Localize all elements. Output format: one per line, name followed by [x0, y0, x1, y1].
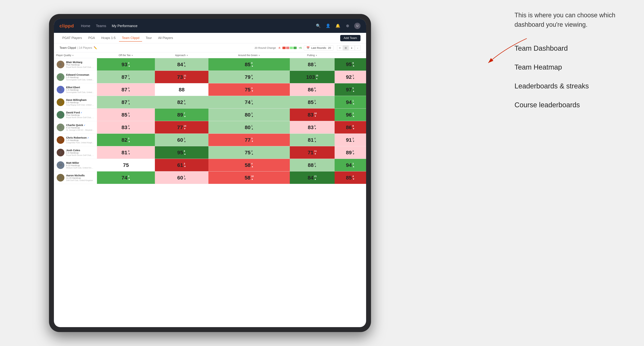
table-row[interactable]: DDavid Ford ✓Plus HandicapRoyal North De…	[54, 109, 366, 121]
change-positive: +5	[299, 46, 302, 49]
score-cell-off-tee[interactable]: 874▲	[97, 96, 155, 109]
score-cell-around-green[interactable]: 799▲	[208, 71, 290, 83]
score-cell-player-quality[interactable]: 854▼	[334, 172, 366, 184]
score-cell-off-tee[interactable]: 934▲	[97, 58, 155, 71]
score-cell-player-quality[interactable]: 892▼	[334, 146, 366, 159]
table-row[interactable]: DDave Billingham1-5 HandicapGog Magog Go…	[54, 96, 366, 109]
score-cell-player-quality[interactable]: 913▼	[334, 134, 366, 146]
add-team-button[interactable]: Add Team	[340, 35, 360, 41]
score-cell-player-quality[interactable]: 941▲	[334, 96, 366, 109]
player-name: Dave Billingham	[66, 98, 94, 101]
tab-pgat-players[interactable]: PGAT Players	[60, 35, 85, 42]
tab-all-players[interactable]: All Players	[156, 35, 176, 42]
score-cell-around-green[interactable]: 584▲	[208, 159, 290, 172]
score-change: 8▼	[352, 125, 355, 130]
score-cell-player-quality[interactable]: 943▲	[334, 159, 366, 172]
score-cell-approach[interactable]: 601▼	[155, 172, 208, 184]
bell-icon[interactable]: 🔔	[334, 23, 341, 29]
score-cell-around-green[interactable]: 741▲	[208, 96, 290, 109]
score-cell-putting[interactable]: 7111▼	[290, 146, 334, 159]
last-rounds-button[interactable]: 📅 Last Rounds: 20	[304, 45, 334, 50]
score-change: 6▼	[314, 125, 316, 130]
last-rounds-value: 20	[328, 46, 331, 49]
table-row[interactable]: JJosh Coles1-5 HandicapRoyal North Devon…	[54, 146, 366, 159]
score-cell-off-tee[interactable]: 833▼	[97, 121, 155, 134]
score-cell-approach[interactable]: 602▲	[155, 134, 208, 146]
col-header-around-green: Around the Green▼	[208, 52, 290, 58]
score-cell-putting[interactable]: 8421▲	[290, 172, 334, 184]
score-cell-player-quality[interactable]: 959▲	[334, 58, 366, 71]
col-header-putting: Putting▼	[290, 52, 334, 58]
nav-my-performance[interactable]: My Performance	[112, 23, 138, 29]
user-avatar[interactable]: U	[354, 23, 360, 29]
score-cell-approach[interactable]: 958▲	[155, 146, 208, 159]
table-row[interactable]: CChris Robertson ✓1-5 HandicapCraigmilla…	[54, 134, 366, 146]
settings-icon[interactable]: ⊕	[344, 23, 351, 29]
score-cell-putting[interactable]: 866▼	[290, 83, 334, 96]
table-row[interactable]: EElliot Ebert1-5 HandicapSunningdale Gol…	[54, 83, 366, 96]
score-cell-around-green[interactable]: 803▲	[208, 109, 290, 121]
score-cell-around-green[interactable]: 752▲	[208, 146, 290, 159]
score-value: 97	[346, 87, 352, 93]
table-row[interactable]: CCharlie Quick ✓6-10 HandicapSt. George'…	[54, 121, 366, 134]
score-cell-player-quality[interactable]: 975▲	[334, 83, 366, 96]
list-view-button[interactable]: ≡	[337, 45, 343, 50]
score-cell-off-tee[interactable]: 823▲	[97, 134, 155, 146]
nav-teams[interactable]: Teams	[96, 23, 106, 29]
score-cell-around-green[interactable]: 858▲	[208, 58, 290, 71]
score-cell-around-green[interactable]: 5810▲	[208, 172, 290, 184]
nav-home[interactable]: Home	[81, 23, 90, 29]
score-cell-approach[interactable]: 7714▼	[155, 121, 208, 134]
score-cell-putting[interactable]: 836▼	[290, 121, 334, 134]
tab-tour[interactable]: Tour	[143, 35, 154, 42]
edit-icon[interactable]: ✏️	[94, 46, 97, 49]
score-cell-putting[interactable]: 853▼	[290, 96, 334, 109]
score-cell-player-quality[interactable]: 963▲	[334, 109, 366, 121]
profile-icon[interactable]: 👤	[325, 23, 331, 29]
score-cell-off-tee[interactable]: 873▼	[97, 83, 155, 96]
tab-team-clippd[interactable]: Team Clippd	[119, 35, 142, 42]
score-value: 84	[308, 175, 314, 181]
score-cell-off-tee[interactable]: 871▲	[97, 71, 155, 83]
score-cell-off-tee[interactable]: 813▼	[97, 146, 155, 159]
score-cell-putting[interactable]: 8310▼	[290, 109, 334, 121]
score-cell-approach[interactable]: 7311▼	[155, 71, 208, 83]
score-change: 14▼	[184, 125, 186, 130]
annotation-area: This is where you can choose which dashb…	[514, 10, 634, 119]
score-cell-off-tee[interactable]: 853▼	[97, 109, 155, 121]
avatar: B	[57, 61, 64, 68]
table-row[interactable]: MMatt Miller6-10 HandicapWoburn Golf Clu…	[54, 159, 366, 172]
score-cell-approach[interactable]: 824▲	[155, 96, 208, 109]
score-cell-around-green[interactable]: 773▼	[208, 134, 290, 146]
score-change: 4▲	[128, 62, 130, 67]
score-cell-off-tee[interactable]: 748▲	[97, 172, 155, 184]
score-cell-putting[interactable]: 882▼	[290, 159, 334, 172]
score-cell-approach[interactable]: 88	[155, 83, 208, 96]
score-value: 80	[245, 112, 250, 118]
score-cell-approach[interactable]: 846▲	[155, 58, 208, 71]
table-row[interactable]: BBlair McHargPlus HandicapRoyal North De…	[54, 58, 366, 71]
score-cell-player-quality[interactable]: 868▼	[334, 121, 366, 134]
tab-hcaps[interactable]: Hcaps 1-5	[98, 35, 118, 42]
table-row[interactable]: AAaron Nicholls11-15 HandicapDrift Golf …	[54, 172, 366, 184]
score-cell-off-tee[interactable]: 75	[97, 159, 155, 172]
score-cell-putting[interactable]: 881▼	[290, 58, 334, 71]
score-change: 3▼	[352, 74, 355, 80]
score-cell-approach[interactable]: 613▼	[155, 159, 208, 172]
download-button[interactable]: ↓	[355, 45, 360, 50]
tab-pga[interactable]: PGA	[86, 35, 98, 42]
score-value: 94	[346, 99, 352, 105]
score-cell-around-green[interactable]: 801▲	[208, 121, 290, 134]
score-value: 82	[122, 137, 127, 143]
score-cell-player-quality[interactable]: 923▼	[334, 71, 366, 83]
score-cell-putting[interactable]: 10315▲	[290, 71, 334, 83]
score-cell-approach[interactable]: 897▲	[155, 109, 208, 121]
score-cell-around-green[interactable]: 753▼	[208, 83, 290, 96]
table-row[interactable]: EEdward Crossman1-5 HandicapSunningdale …	[54, 71, 366, 83]
player-cell: EElliot Ebert1-5 HandicapSunningdale Gol…	[54, 83, 97, 96]
change-bar	[282, 47, 296, 49]
search-icon[interactable]: 🔍	[315, 23, 321, 29]
score-cell-putting[interactable]: 814▲	[290, 134, 334, 146]
heatmap-view-button[interactable]: 🌡	[349, 45, 354, 50]
grid-view-button[interactable]: ⊞	[343, 45, 348, 50]
